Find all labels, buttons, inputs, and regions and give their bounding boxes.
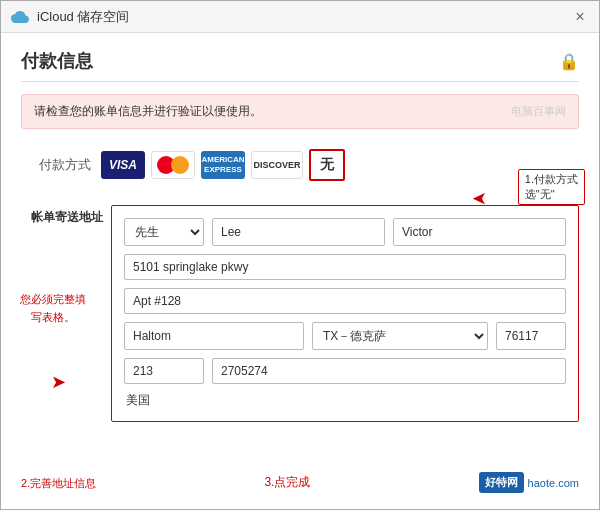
titlebar: iCloud 储存空间 ×	[1, 1, 599, 33]
step1-annotation: 1.付款方式选"无"	[518, 169, 585, 205]
phone-row	[124, 358, 566, 384]
mastercard-icon	[151, 151, 195, 179]
step1-text: 1.付款方式选"无"	[525, 173, 578, 200]
zip-input[interactable]	[496, 322, 566, 350]
payment-row: 付款方式 VISA AMERICANEXPRESS DISCOVER 无	[21, 141, 579, 189]
address1-input[interactable]	[124, 254, 566, 280]
warning-text: 您必须完整填写表格。	[15, 291, 90, 326]
billing-form: 先生 女士 其他	[111, 205, 579, 422]
address2-input[interactable]	[124, 288, 566, 314]
billing-address-label: 帐单寄送地址	[31, 209, 103, 226]
titlebar-left: iCloud 储存空间	[11, 8, 129, 26]
name-row: 先生 女士 其他	[124, 218, 566, 246]
phone-number-input[interactable]	[212, 358, 566, 384]
notice-box: 请检查您的账单信息并进行验证以便使用。 电脑百事网	[21, 94, 579, 129]
phone-area-input[interactable]	[124, 358, 204, 384]
content-area: 付款信息 🔒 请检查您的账单信息并进行验证以便使用。 电脑百事网 付款方式 VI…	[1, 33, 599, 509]
notice-text: 请检查您的账单信息并进行验证以便使用。	[34, 103, 262, 120]
haote-logo: 好特网 haote.com	[479, 472, 579, 493]
address2-row	[124, 288, 566, 314]
lock-icon: 🔒	[559, 52, 579, 71]
close-button[interactable]: ×	[571, 8, 589, 26]
section-header: 付款信息 🔒	[21, 49, 579, 82]
address1-row	[124, 254, 566, 280]
visa-card-icon: VISA	[101, 151, 145, 179]
country-display: 美国	[124, 392, 566, 409]
page-title: 付款信息	[21, 49, 93, 73]
step3-label: 3.点完成	[264, 474, 310, 491]
title-select[interactable]: 先生 女士 其他	[124, 218, 204, 246]
haote-badge: 好特网	[479, 472, 524, 493]
watermark-text: 电脑百事网	[511, 104, 566, 119]
step2-label: 2.完善地址信息	[21, 475, 96, 491]
city-input[interactable]	[124, 322, 304, 350]
last-name-input[interactable]	[393, 218, 566, 246]
first-name-input[interactable]	[212, 218, 385, 246]
haote-url: haote.com	[528, 477, 579, 489]
discover-card-icon: DISCOVER	[251, 151, 303, 179]
amex-card-icon: AMERICANEXPRESS	[201, 151, 245, 179]
state-select[interactable]: TX－德克萨	[312, 322, 488, 350]
icloud-icon	[11, 8, 29, 26]
window: iCloud 储存空间 × 付款信息 🔒 请检查您的账单信息并进行验证以便使用。…	[0, 0, 600, 510]
card-icons: VISA AMERICANEXPRESS DISCOVER 无	[101, 149, 345, 181]
bottom-section: 2.完善地址信息 3.点完成 好特网 haote.com	[21, 468, 579, 493]
step2-arrow-icon: ➤	[51, 371, 66, 393]
none-payment-button[interactable]: 无	[309, 149, 345, 181]
payment-label: 付款方式	[21, 156, 91, 174]
city-state-zip-row: TX－德克萨	[124, 322, 566, 350]
window-title: iCloud 储存空间	[37, 8, 129, 26]
